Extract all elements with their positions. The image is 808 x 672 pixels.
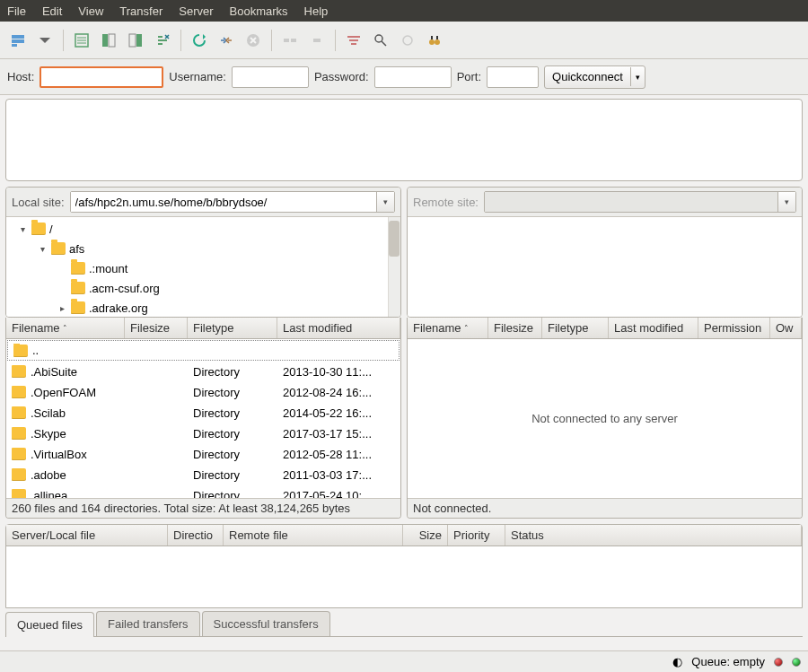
- file-row[interactable]: .OpenFOAMDirectory2012-08-24 16:...: [6, 382, 400, 403]
- site-manager-icon[interactable]: [5, 28, 31, 53]
- svg-rect-8: [109, 34, 115, 47]
- col-lastmod[interactable]: Last modified: [277, 318, 400, 338]
- cancel-icon[interactable]: [241, 28, 266, 53]
- scrollbar-thumb[interactable]: [389, 221, 400, 257]
- tree-twisty[interactable]: ▸: [57, 303, 67, 313]
- local-path-combo[interactable]: ▾: [70, 191, 395, 213]
- folder-icon: [31, 223, 46, 235]
- col-filesize[interactable]: Filesize: [125, 318, 188, 338]
- tree-label: .acm-csuf.org: [89, 282, 160, 295]
- menu-edit[interactable]: Edit: [42, 4, 62, 18]
- qcol-priority[interactable]: Priority: [448, 525, 505, 545]
- dropdown-icon[interactable]: [32, 28, 57, 53]
- toggle-log-icon[interactable]: [69, 28, 94, 53]
- local-pane: Local site: ▾ ▾/▾afs.:mount.acm-csuf.org…: [5, 187, 401, 318]
- toggle-tree-icon[interactable]: [96, 28, 121, 53]
- folder-icon: [51, 242, 66, 255]
- menu-view[interactable]: View: [78, 4, 103, 18]
- col-filename[interactable]: Filename˄: [408, 318, 488, 338]
- compare-icon[interactable]: [368, 28, 393, 53]
- password-input[interactable]: [374, 66, 452, 88]
- disconnect-icon[interactable]: [277, 28, 303, 53]
- remote-status: Not connected.: [408, 498, 802, 518]
- menubar: File Edit View Transfer Server Bookmarks…: [0, 0, 808, 22]
- qcol-remote[interactable]: Remote file: [224, 525, 403, 545]
- svg-rect-23: [431, 36, 433, 39]
- menu-file[interactable]: File: [7, 4, 26, 18]
- transfer-queue[interactable]: Server/Local file Directio Remote file S…: [5, 524, 803, 608]
- remote-path-combo: ▾: [484, 191, 796, 213]
- menu-help[interactable]: Help: [304, 4, 329, 18]
- col-filetype[interactable]: Filetype: [188, 318, 277, 338]
- local-tree[interactable]: ▾/▾afs.:mount.acm-csuf.org▸.adrake.org: [6, 217, 400, 317]
- col-lastmod[interactable]: Last modified: [609, 318, 698, 338]
- tree-item[interactable]: .acm-csuf.org: [10, 278, 397, 298]
- file-row[interactable]: .allineaDirectory2017-05-24 10:...: [6, 485, 400, 498]
- tree-item[interactable]: ▾afs: [10, 239, 397, 258]
- sync-browse-icon[interactable]: [395, 28, 420, 53]
- file-row[interactable]: ..: [7, 340, 400, 361]
- tree-item[interactable]: .:mount: [10, 258, 397, 278]
- svg-rect-13: [291, 39, 296, 42]
- svg-point-18: [375, 35, 382, 42]
- local-status: 260 files and 164 directories. Total siz…: [6, 498, 400, 518]
- file-row[interactable]: .SkypeDirectory2017-03-17 15:...: [6, 423, 400, 444]
- col-permissions[interactable]: Permission: [698, 318, 770, 338]
- refresh-icon[interactable]: [187, 28, 212, 53]
- toggle-queue-icon[interactable]: [150, 28, 175, 53]
- process-queue-icon[interactable]: [214, 28, 239, 53]
- tree-label: .adrake.org: [89, 301, 148, 315]
- col-filetype[interactable]: Filetype: [542, 318, 609, 338]
- menu-server[interactable]: Server: [179, 4, 213, 18]
- svg-rect-24: [436, 36, 438, 39]
- tab-queued[interactable]: Queued files: [5, 612, 94, 637]
- host-label: Host:: [7, 70, 34, 83]
- menu-transfer[interactable]: Transfer: [119, 4, 162, 18]
- qcol-size[interactable]: Size: [403, 525, 448, 545]
- toggle-remote-tree-icon[interactable]: [123, 28, 148, 53]
- file-row[interactable]: .AbiSuiteDirectory2013-10-30 11:...: [6, 362, 400, 382]
- remote-pane: Remote site: ▾: [407, 187, 803, 318]
- activity-led-2: [792, 658, 801, 667]
- tree-item[interactable]: ▸.adrake.org: [10, 298, 397, 317]
- port-input[interactable]: [487, 66, 539, 88]
- svg-rect-15: [347, 36, 360, 38]
- filter-icon[interactable]: [341, 28, 366, 53]
- local-path-input[interactable]: [71, 192, 376, 212]
- col-owner[interactable]: Ow: [770, 318, 802, 338]
- quickconnect-button[interactable]: Quickconnect▾: [544, 65, 646, 89]
- col-filename[interactable]: Filename˄: [6, 318, 125, 338]
- local-file-list[interactable]: Filename˄ Filesize Filetype Last modifie…: [5, 318, 401, 519]
- folder-icon: [12, 406, 26, 419]
- remote-empty-message: Not connected to any server: [408, 339, 802, 498]
- host-input[interactable]: [40, 66, 163, 88]
- tab-failed[interactable]: Failed transfers: [96, 611, 200, 636]
- file-row[interactable]: .VirtualBoxDirectory2012-05-28 11:...: [6, 444, 400, 465]
- search-icon[interactable]: [422, 28, 447, 53]
- tab-success[interactable]: Successful transfers: [202, 611, 330, 636]
- svg-rect-12: [284, 39, 289, 42]
- queue-indicator-icon: ◐: [672, 655, 682, 668]
- file-row[interactable]: .ScilabDirectory2014-05-22 16:...: [6, 403, 400, 423]
- chevron-down-icon[interactable]: ▾: [376, 192, 394, 212]
- svg-rect-9: [129, 34, 136, 47]
- qcol-server[interactable]: Server/Local file: [6, 525, 168, 545]
- tree-twisty[interactable]: ▾: [17, 224, 28, 234]
- folder-icon: [12, 386, 26, 398]
- col-filesize[interactable]: Filesize: [488, 318, 542, 338]
- menu-bookmarks[interactable]: Bookmarks: [230, 4, 288, 18]
- folder-icon: [12, 489, 26, 498]
- reconnect-icon[interactable]: [304, 28, 329, 53]
- qcol-status[interactable]: Status: [505, 525, 802, 545]
- username-label: Username:: [169, 70, 226, 83]
- message-log[interactable]: [5, 99, 803, 181]
- username-input[interactable]: [232, 66, 309, 88]
- chevron-down-icon[interactable]: ▾: [631, 70, 645, 84]
- svg-rect-0: [12, 35, 24, 39]
- svg-rect-2: [12, 44, 17, 47]
- svg-rect-10: [136, 34, 142, 47]
- tree-twisty[interactable]: ▾: [37, 244, 48, 254]
- file-row[interactable]: .adobeDirectory2011-03-03 17:...: [6, 465, 400, 485]
- tree-item[interactable]: ▾/: [10, 219, 397, 239]
- qcol-direction[interactable]: Directio: [168, 525, 224, 545]
